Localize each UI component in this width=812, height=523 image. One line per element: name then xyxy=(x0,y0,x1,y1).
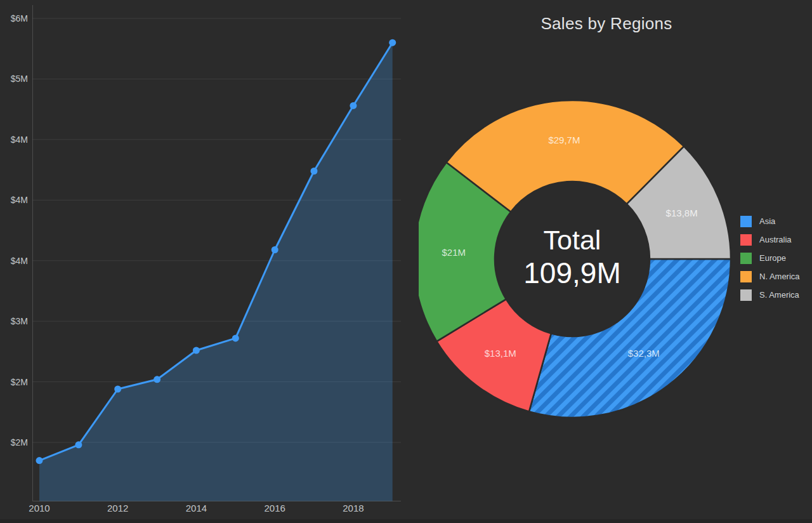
y-axis-label: $4M xyxy=(11,195,28,205)
data-point-2011[interactable] xyxy=(75,441,82,448)
legend-label: S. America xyxy=(759,290,799,300)
data-point-2014[interactable] xyxy=(193,347,200,354)
x-axis-label: 2014 xyxy=(186,503,207,513)
pie-slice-label-asia: $32,3M xyxy=(628,348,660,359)
legend-label: Europe xyxy=(759,253,786,263)
legend-item-s-america[interactable]: S. America xyxy=(740,286,800,304)
sales-trend-canvas: $6M$5M$4M$4M$4M$3M$2M$2M2010201220142016… xyxy=(0,0,419,523)
pie-slice-label-europe: $21M xyxy=(442,247,466,258)
pie-slice-label-n-america: $29,7M xyxy=(548,135,580,145)
dashboard: $6M$5M$4M$4M$4M$3M$2M$2M2010201220142016… xyxy=(0,0,812,523)
y-axis-label: $2M xyxy=(11,437,28,447)
x-axis-label: 2010 xyxy=(29,503,49,513)
legend-swatch-n-america xyxy=(740,271,752,282)
area-fill xyxy=(39,43,393,501)
donut-legend: AsiaAustraliaEuropeN. AmericaS. America xyxy=(740,212,800,304)
y-axis-label: $4M xyxy=(11,256,28,266)
legend-label: N. America xyxy=(759,272,800,281)
y-axis-label: $4M xyxy=(11,135,28,145)
y-axis-label: $3M xyxy=(11,316,28,326)
pie-slice-label-s-america: $13,8M xyxy=(666,208,698,218)
data-point-2015[interactable] xyxy=(232,334,239,341)
y-axis-label: $5M xyxy=(11,74,28,84)
total-label: Total xyxy=(477,225,667,256)
donut-center-total: Total 109,9M xyxy=(477,225,667,290)
legend-swatch-europe xyxy=(740,253,752,264)
y-axis-label: $6M xyxy=(11,13,28,23)
legend-item-europe[interactable]: Europe xyxy=(740,249,800,267)
legend-item-n-america[interactable]: N. America xyxy=(740,267,800,286)
y-axis-label: $2M xyxy=(11,377,28,387)
sales-trend-chart: $6M$5M$4M$4M$4M$3M$2M$2M2010201220142016… xyxy=(0,0,419,523)
legend-swatch-australia xyxy=(740,234,752,246)
data-point-2016[interactable] xyxy=(272,246,278,253)
data-point-2017[interactable] xyxy=(311,168,318,175)
window-bottom-edge xyxy=(0,519,812,523)
x-axis-label: 2018 xyxy=(343,503,363,513)
legend-label: Asia xyxy=(759,216,775,226)
legend-swatch-s-america xyxy=(740,289,752,301)
data-point-2013[interactable] xyxy=(154,376,160,383)
pie-slice-label-australia: $13,1M xyxy=(485,348,516,359)
legend-label: Australia xyxy=(759,235,792,244)
total-value: 109,9M xyxy=(477,256,667,290)
sales-by-regions-chart: Sales by Regions $32,3M$13,1M$21M$29,7M$… xyxy=(419,0,812,523)
data-point-2018[interactable] xyxy=(350,102,357,109)
legend-item-australia[interactable]: Australia xyxy=(740,230,800,249)
legend-item-asia[interactable]: Asia xyxy=(740,212,800,230)
data-point-2012[interactable] xyxy=(114,386,121,393)
x-axis-label: 2012 xyxy=(107,503,128,513)
data-point-2019[interactable] xyxy=(389,39,396,46)
legend-swatch-asia xyxy=(740,216,752,227)
x-axis-label: 2016 xyxy=(265,503,285,513)
data-point-2010[interactable] xyxy=(36,457,43,464)
